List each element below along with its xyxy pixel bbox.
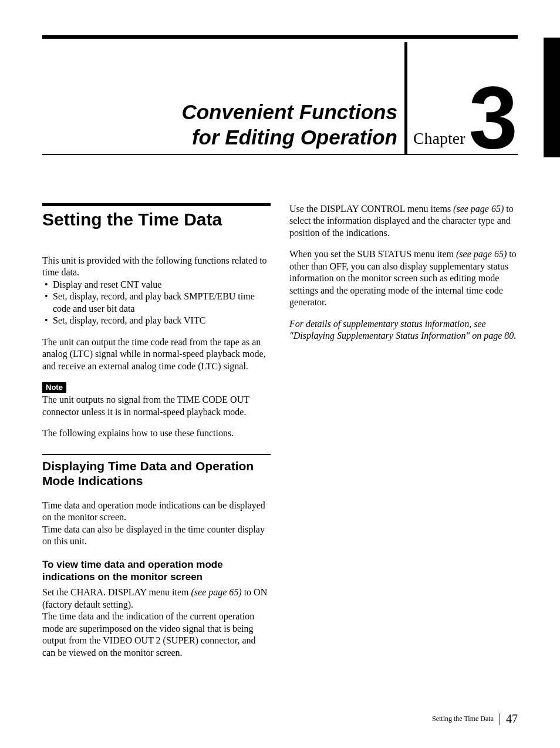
list-item: Set, display, record, and play back SMPT… (53, 291, 271, 315)
subsubsection-title: To view time data and operation mode ind… (42, 558, 271, 584)
body-paragraph: Set the CHARA. DISPLAY menu item (see pa… (42, 587, 271, 611)
running-footer-text: Setting the Time Data (432, 715, 494, 723)
body-paragraph: Time data can also be displayed in the t… (42, 524, 271, 548)
section-intro: This unit is provided with the following… (42, 255, 271, 279)
chapter-title-line2: for Editing Operation (42, 124, 397, 150)
chapter-side-tab (544, 38, 560, 157)
chapter-label: Chapter (407, 129, 465, 154)
body-paragraph: The time data and the indication of the … (42, 611, 271, 659)
page-footer: Setting the Time Data 47 (432, 712, 518, 726)
chapter-number: 3 (465, 80, 518, 156)
page-ref: (see page 65) (191, 587, 241, 597)
note-badge: Note (42, 382, 66, 393)
section-title: Setting the Time Data (42, 210, 271, 229)
page-ref: (see page 65) (453, 204, 504, 214)
right-column: Use the DISPLAY CONTROL menu items (see … (289, 203, 518, 668)
footer-divider (500, 713, 500, 725)
body-paragraph: The following explains how to use these … (42, 427, 271, 439)
body-paragraph: The unit can output the time code read f… (42, 336, 271, 372)
cross-reference: For details of supplementary status info… (289, 318, 518, 342)
section-rule (42, 203, 271, 206)
list-item: Display and reset CNT value (53, 279, 271, 291)
list-item: Set, display, record, and play back VITC (53, 315, 271, 326)
left-column: Setting the Time Data This unit is provi… (42, 203, 271, 668)
subsection-title: Displaying Time Data and Operation Mode … (42, 459, 271, 488)
chapter-title-line1: Convenient Functions (42, 99, 397, 125)
body-paragraph: When you set the SUB STATUS menu item (s… (289, 248, 518, 308)
chapter-header: Convenient Functions for Editing Operati… (42, 41, 518, 155)
page-number: 47 (506, 712, 518, 726)
top-rule (42, 35, 518, 39)
body-paragraph: Time data and operation mode indications… (42, 500, 271, 524)
subsection-rule (42, 454, 271, 455)
body-paragraph: Use the DISPLAY CONTROL menu items (see … (289, 203, 518, 239)
feature-list: Display and reset CNT value Set, display… (42, 279, 271, 327)
note-body: The unit outputs no signal from the TIME… (42, 394, 271, 418)
page-ref: (see page 65) (456, 249, 507, 259)
